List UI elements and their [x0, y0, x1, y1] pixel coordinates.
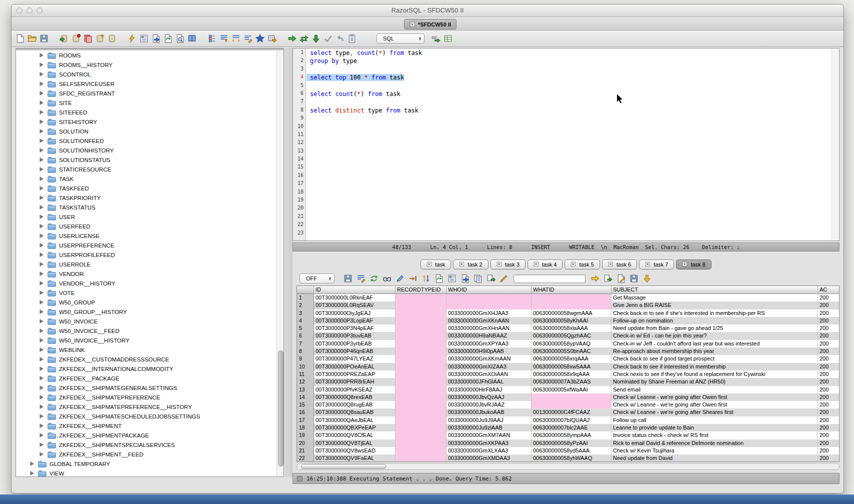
cell-subject[interactable]: Check w/ Kevin Tsujihara: [612, 447, 818, 454]
tree-item-zkfedex-shipmatescheduledjobssettings[interactable]: ZKFEDEX__SHIPMATESCHEDULEDJOBSSETTINGS: [16, 412, 284, 421]
disclosure-triangle-icon[interactable]: [39, 290, 44, 296]
tree-item-zkfedex-shipmentspecialservices[interactable]: ZKFEDEX__SHIPMENTSPECIALSERVICES: [16, 440, 284, 450]
cell-whatid[interactable]: 00630000005QgzhAAC: [532, 332, 612, 340]
rollback-undo-icon[interactable]: [336, 34, 344, 43]
go-arrow-icon[interactable]: [590, 274, 600, 283]
cell-whoid[interactable]: 0033000000JbvRJAAZ: [446, 401, 532, 408]
tree-item-zkfedex-package[interactable]: ZKFEDEX__PACKAGE: [16, 374, 284, 383]
tree-item-taskfeed[interactable]: TASKFEED: [16, 184, 284, 193]
cell-ac[interactable]: 200: [818, 302, 839, 309]
disclosure-triangle-icon[interactable]: [39, 423, 44, 428]
cell-recordtypeid[interactable]: [396, 340, 446, 348]
cell-whoid[interactable]: 0033000000H9aNBAAZ: [446, 332, 532, 340]
cell-whatid[interactable]: 006300000058wgmAAA: [532, 310, 612, 317]
cell-ac[interactable]: 200: [818, 348, 839, 355]
copy-page-icon[interactable]: [486, 274, 496, 283]
cell-id[interactable]: 00T3000000L0RknEAF: [314, 294, 396, 302]
disclosure-triangle-icon[interactable]: [39, 110, 44, 115]
cell-ac[interactable]: 200: [818, 424, 839, 432]
disclosure-triangle-icon[interactable]: [39, 186, 44, 191]
disclosure-triangle-icon[interactable]: [39, 309, 44, 314]
cell-subject[interactable]: Re-approach about membership this year: [612, 348, 818, 355]
tree-item-w50-invoice-history[interactable]: W50_INVOICE__HISTORY: [16, 336, 284, 345]
cell-whatid[interactable]: 00630000005xfWaAAI: [532, 386, 612, 394]
cell-recordtypeid[interactable]: [396, 324, 446, 332]
tree-scrollbar-thumb[interactable]: [278, 350, 284, 466]
cell-recordtypeid[interactable]: [396, 310, 446, 317]
disclosure-triangle-icon[interactable]: [39, 252, 44, 258]
disclosure-triangle-icon[interactable]: [39, 432, 44, 438]
disclosure-triangle-icon[interactable]: [39, 280, 44, 286]
export-table-icon[interactable]: [268, 34, 276, 43]
cell-subject[interactable]: Check w/ Leanne - we're going after Shea…: [612, 408, 818, 416]
close-tab-icon[interactable]: [682, 262, 688, 267]
close-tab-icon[interactable]: [496, 262, 502, 267]
statement-type-select[interactable]: SQL▲▼: [376, 34, 424, 44]
tree-item-userfeed[interactable]: USERFEED: [16, 222, 284, 231]
tree-item-w50-invoice[interactable]: W50_INVOICE: [16, 316, 284, 326]
cell-id[interactable]: 00T3000000Q8rexEAB: [314, 394, 396, 401]
column-header-id[interactable]: ID: [314, 286, 396, 294]
table-row[interactable]: 2000T3000000QV8TjEAL0033000000GmXKPAA300…: [297, 440, 839, 447]
close-tab-icon[interactable]: [608, 262, 614, 267]
cell-subject[interactable]: Check-in w/ Ed - can he join this year?: [612, 332, 818, 340]
cell-whatid[interactable]: [532, 294, 612, 302]
tree-item-rooms[interactable]: ROOMS: [16, 50, 284, 60]
grid-scrollbar-thumb[interactable]: [301, 464, 386, 469]
disclosure-triangle-icon[interactable]: [39, 128, 44, 134]
cell-subject[interactable]: Leanne to provide update to Bain: [612, 424, 818, 432]
result-tab-task-5[interactable]: task 5: [564, 260, 600, 270]
disclosure-triangle-icon[interactable]: [39, 262, 44, 267]
cell-id[interactable]: 00T3000000QV9FaEAL: [314, 454, 396, 462]
cell-id[interactable]: 00T3000000Q8rugEAB: [314, 401, 396, 408]
tree-item-userrole[interactable]: USERROLE: [16, 260, 284, 269]
cell-id[interactable]: 00T3000000QV8TjEAL: [314, 440, 396, 447]
format-sql-icon[interactable]: [244, 34, 252, 43]
disclosure-triangle-icon[interactable]: [30, 461, 34, 466]
disclosure-triangle-icon[interactable]: [39, 442, 44, 448]
disclosure-triangle-icon[interactable]: [39, 138, 44, 144]
open-folder-icon[interactable]: [28, 34, 36, 43]
export-page-icon[interactable]: [152, 34, 160, 43]
cell-whoid[interactable]: 0033000000GmXLXAA3: [446, 447, 532, 454]
result-tab-task-3[interactable]: task 3: [490, 260, 526, 270]
sql-code-area[interactable]: select type, count(*) from taskgroup by …: [306, 50, 832, 240]
cell-ac[interactable]: 200: [818, 408, 839, 416]
export-page-icon[interactable]: [460, 274, 470, 283]
cell-whoid[interactable]: 0033000000Ju9zlAAB: [446, 424, 532, 432]
disclosure-triangle-icon[interactable]: [39, 404, 44, 410]
cell-recordtypeid[interactable]: [396, 348, 446, 355]
tree-item-user[interactable]: USER: [16, 212, 284, 222]
cell-recordtypeid[interactable]: [396, 378, 446, 386]
save-icon[interactable]: [344, 274, 352, 283]
tree-item-vendor[interactable]: VENDOR: [16, 269, 284, 278]
cell-whatid[interactable]: 00630000007bIQUAA2: [532, 416, 612, 424]
cell-whatid[interactable]: 006300000058yPzAAI: [532, 440, 612, 447]
column-header-recordtypeid[interactable]: RECORDTYPEID: [396, 286, 446, 294]
tree-item-global-temporary[interactable]: GLOBAL TEMPORARY: [16, 459, 284, 468]
save-disk-icon[interactable]: [630, 274, 638, 283]
disclosure-triangle-icon[interactable]: [39, 452, 44, 457]
table-row[interactable]: 2100T3000000QV8wsEAD0033000000GmXLXAA300…: [297, 447, 839, 454]
cell-ac[interactable]: 200: [818, 386, 839, 394]
disclosure-triangle-icon[interactable]: [39, 394, 44, 400]
table-row[interactable]: 200T3000000L0RqSEAVGive Jenn a BIG RAISE…: [297, 302, 839, 309]
tree-item-site[interactable]: SITE: [16, 98, 284, 108]
form-icon[interactable]: [448, 274, 456, 283]
combo-stepper-icon[interactable]: ▲▼: [324, 276, 332, 281]
sort-lines-icon[interactable]: [220, 34, 228, 43]
compare-book-icon[interactable]: [188, 34, 196, 43]
cell-recordtypeid[interactable]: [396, 447, 446, 454]
cell-recordtypeid[interactable]: [396, 401, 446, 408]
table-row[interactable]: 900T3000000P47LYEAZ0033000000GmXKmAAN006…: [297, 355, 839, 362]
cell-recordtypeid[interactable]: [396, 332, 446, 340]
table-row[interactable]: 1700T3000000QAeJbEAL0033000000Ju9J9AAJ00…: [297, 416, 839, 424]
copy-red-icon[interactable]: [84, 34, 92, 43]
result-tab-task-4[interactable]: task 4: [528, 260, 562, 270]
cell-whoid[interactable]: [446, 294, 532, 302]
cell-recordtypeid[interactable]: [396, 440, 446, 447]
tree-item-zkfedex-customaddresssource[interactable]: ZKFEDEX__CUSTOMADDRESSSOURCE: [16, 354, 284, 364]
tree-item-taskpriority[interactable]: TASKPRIORITY: [16, 193, 284, 202]
tree-item-vendor-history[interactable]: VENDOR__HISTORY: [16, 278, 284, 288]
disclosure-triangle-icon[interactable]: [30, 470, 34, 476]
